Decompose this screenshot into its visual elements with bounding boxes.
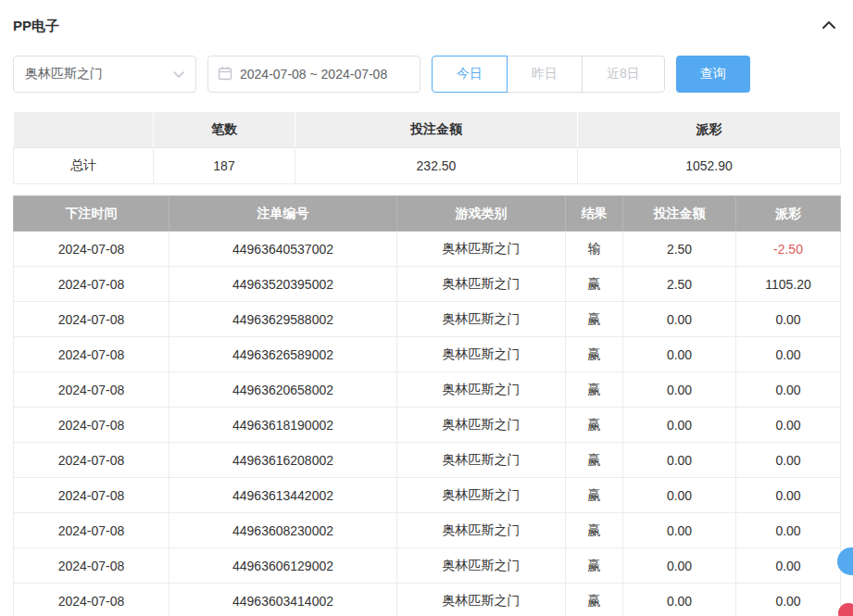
collapse-button[interactable] [818, 14, 840, 38]
result-cell: 赢 [566, 548, 623, 584]
payout-cell: -2.50 [736, 232, 841, 267]
bet-time-cell: 2024-07-08 [14, 443, 169, 478]
game-type-cell: 奥林匹斯之门 [397, 302, 566, 337]
game-type-cell: 奥林匹斯之门 [397, 267, 566, 302]
order-id-cell: 44963616208002 [169, 443, 397, 478]
bet-amount-cell: 0.00 [623, 584, 736, 616]
records-column-header-4: 投注金额 [623, 196, 736, 232]
date-range-value: 2024-07-08 ~ 2024-07-08 [240, 67, 387, 82]
calendar-icon [218, 66, 232, 83]
order-id-cell: 44963520395002 [169, 267, 397, 302]
bet-amount-cell: 0.00 [623, 302, 736, 337]
filter-bar: 奥林匹斯之门 2024-07-08 ~ 2024-07-08 今日 昨日 近8日… [13, 56, 840, 93]
order-id-cell: 44963620658002 [169, 372, 397, 408]
game-type-cell: 奥林匹斯之门 [397, 548, 566, 584]
records-column-header-1: 注单编号 [169, 196, 397, 232]
order-id-cell: 44963603414002 [169, 584, 397, 616]
date-range-input[interactable]: 2024-07-08 ~ 2024-07-08 [207, 56, 420, 93]
bet-time-cell: 2024-07-08 [14, 408, 169, 443]
payout-cell: 1105.20 [736, 267, 841, 302]
bet-amount-cell: 2.50 [623, 232, 736, 267]
payout-cell: 0.00 [736, 513, 841, 548]
game-type-cell: 奥林匹斯之门 [397, 232, 566, 267]
bet-time-cell: 2024-07-08 [14, 267, 169, 302]
game-type-cell: 奥林匹斯之门 [397, 408, 566, 443]
summary-total-payout: 1052.90 [578, 148, 841, 184]
summary-header-empty [14, 112, 154, 148]
records-header-row: 下注时间注单编号游戏类别结果投注金额派彩 [14, 196, 841, 232]
game-select-value: 奥林匹斯之门 [25, 66, 103, 82]
bet-time-cell: 2024-07-08 [14, 478, 169, 513]
bet-amount-cell: 0.00 [623, 408, 736, 443]
order-id-cell: 44963613442002 [169, 478, 397, 513]
summary-total-label: 总计 [14, 148, 154, 184]
payout-cell: 0.00 [736, 584, 841, 616]
table-row: 2024-07-0844963618190002奥林匹斯之门赢0.000.00 [14, 408, 841, 443]
result-cell: 赢 [566, 584, 623, 616]
summary-total-bet-amount: 232.50 [295, 148, 578, 184]
result-cell: 赢 [566, 372, 623, 408]
bet-amount-cell: 0.00 [623, 548, 736, 584]
result-cell: 赢 [566, 337, 623, 372]
bet-amount-cell: 0.00 [623, 372, 736, 408]
chevron-up-icon [822, 18, 836, 34]
records-column-header-3: 结果 [566, 196, 623, 232]
bet-time-cell: 2024-07-08 [14, 337, 169, 372]
quick-button-last8days[interactable]: 近8日 [582, 56, 665, 93]
game-type-cell: 奥林匹斯之门 [397, 443, 566, 478]
bet-amount-cell: 2.50 [623, 267, 736, 302]
payout-cell: 0.00 [736, 443, 841, 478]
table-row: 2024-07-0844963629588002奥林匹斯之门赢0.000.00 [14, 302, 841, 337]
quick-button-today[interactable]: 今日 [432, 56, 508, 93]
order-id-cell: 44963640537002 [169, 232, 397, 267]
payout-cell: 0.00 [736, 408, 841, 443]
summary-total-row: 总计 187 232.50 1052.90 [14, 148, 841, 184]
result-cell: 赢 [566, 302, 623, 337]
payout-cell: 0.00 [736, 372, 841, 408]
bet-time-cell: 2024-07-08 [14, 584, 169, 616]
payout-cell: 0.00 [736, 478, 841, 513]
game-type-cell: 奥林匹斯之门 [397, 478, 566, 513]
bet-time-cell: 2024-07-08 [14, 513, 169, 548]
game-type-cell: 奥林匹斯之门 [397, 337, 566, 372]
order-id-cell: 44963618190002 [169, 408, 397, 443]
result-cell: 输 [566, 232, 623, 267]
result-cell: 赢 [566, 513, 623, 548]
pp-games-panel: PP电子 奥林匹斯之门 2024-07-08 ~ 2024-07- [0, 0, 853, 616]
query-button[interactable]: 查询 [676, 56, 750, 93]
bet-time-cell: 2024-07-08 [14, 372, 169, 408]
table-row: 2024-07-0844963626589002奥林匹斯之门赢0.000.00 [14, 337, 841, 372]
quick-date-button-group: 今日 昨日 近8日 [432, 56, 665, 93]
result-cell: 赢 [566, 267, 623, 302]
bet-time-cell: 2024-07-08 [14, 302, 169, 337]
bottom-float-button[interactable] [838, 603, 853, 616]
order-id-cell: 44963606129002 [169, 548, 397, 584]
panel-title: PP电子 [13, 18, 59, 35]
summary-header-count: 笔数 [154, 112, 295, 148]
bet-time-cell: 2024-07-08 [14, 548, 169, 584]
result-cell: 赢 [566, 443, 623, 478]
result-cell: 赢 [566, 408, 623, 443]
chevron-down-icon [173, 67, 184, 82]
summary-total-count: 187 [154, 148, 295, 184]
order-id-cell: 44963608230002 [169, 513, 397, 548]
order-id-cell: 44963626589002 [169, 337, 397, 372]
panel-header: PP电子 [13, 11, 840, 41]
game-type-cell: 奥林匹斯之门 [397, 584, 566, 616]
payout-cell: 0.00 [736, 548, 841, 584]
table-row: 2024-07-0844963616208002奥林匹斯之门赢0.000.00 [14, 443, 841, 478]
table-row: 2024-07-0844963606129002奥林匹斯之门赢0.000.00 [14, 548, 841, 584]
summary-header-payout: 派彩 [578, 112, 841, 148]
records-column-header-0: 下注时间 [14, 196, 169, 232]
table-row: 2024-07-0844963603414002奥林匹斯之门赢0.000.00 [14, 584, 841, 616]
table-row: 2024-07-0844963608230002奥林匹斯之门赢0.000.00 [14, 513, 841, 548]
records-body: 2024-07-0844963640537002奥林匹斯之门输2.50-2.50… [14, 232, 841, 616]
bet-amount-cell: 0.00 [623, 337, 736, 372]
quick-button-yesterday[interactable]: 昨日 [507, 56, 583, 93]
payout-cell: 0.00 [736, 337, 841, 372]
game-type-cell: 奥林匹斯之门 [397, 372, 566, 408]
summary-header-bet-amount: 投注金额 [295, 112, 578, 148]
game-select[interactable]: 奥林匹斯之门 [13, 56, 196, 93]
table-row: 2024-07-0844963640537002奥林匹斯之门输2.50-2.50 [14, 232, 841, 267]
records-column-header-5: 派彩 [736, 196, 841, 232]
